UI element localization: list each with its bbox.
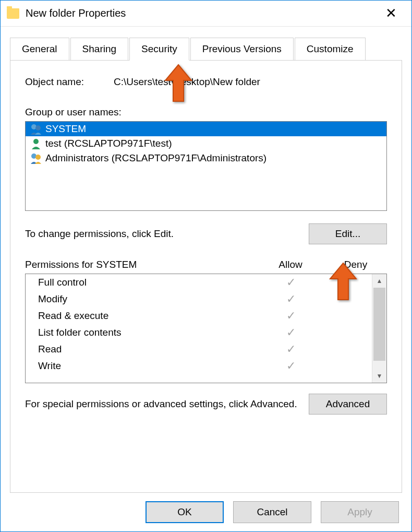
check-icon: ✓ xyxy=(257,342,325,356)
edit-button[interactable]: Edit... xyxy=(309,223,387,244)
object-name-row: Object name: C:\Users\test\Desktop\New f… xyxy=(25,76,387,88)
check-icon: ✓ xyxy=(257,276,325,289)
advanced-row: For special permissions or advanced sett… xyxy=(25,394,387,415)
check-icon: ✓ xyxy=(257,326,325,339)
tab-customize[interactable]: Customize xyxy=(295,38,366,61)
list-item-label: test (RCSLAPTOP971F\test) xyxy=(45,138,172,149)
permissions-listbox: Full control ✓ Modify ✓ Read & execute ✓… xyxy=(25,274,387,383)
perm-row-full-control: Full control ✓ xyxy=(26,274,372,291)
edit-row: To change permissions, click Edit. Edit.… xyxy=(25,223,387,244)
object-name-value: C:\Users\test\Desktop\New folder xyxy=(114,76,260,88)
ok-button[interactable]: OK xyxy=(146,501,224,523)
list-item-test[interactable]: test (RCSLAPTOP971F\test) xyxy=(26,136,386,151)
group-user-listbox[interactable]: SYSTEM test (RCSLAPTOP971F\test) Adminis… xyxy=(25,121,387,211)
scroll-down-arrow-icon[interactable]: ▼ xyxy=(372,369,386,383)
users-icon xyxy=(30,123,42,135)
scroll-track[interactable] xyxy=(372,288,386,369)
group-names-label: Group or user names: xyxy=(25,107,387,118)
perm-row-modify: Modify ✓ xyxy=(26,291,372,308)
list-item-administrators[interactable]: Administrators (RCSLAPTOP971F\Administra… xyxy=(26,151,386,165)
list-item-label: Administrators (RCSLAPTOP971F\Administra… xyxy=(45,152,266,164)
window-title: New folder Properties xyxy=(26,7,377,19)
permissions-list: Full control ✓ Modify ✓ Read & execute ✓… xyxy=(26,274,372,383)
perm-name: Read & execute xyxy=(38,310,257,322)
perm-name: Full control xyxy=(38,277,257,288)
deny-column-header: Deny xyxy=(324,259,387,270)
properties-dialog: New folder Properties ✕ General Sharing … xyxy=(0,0,412,532)
check-icon: ✓ xyxy=(257,309,325,323)
tab-previous-versions[interactable]: Previous Versions xyxy=(190,38,294,61)
perm-row-list-folder: List folder contents ✓ xyxy=(26,324,372,341)
tab-content: Object name: C:\Users\test\Desktop\New f… xyxy=(10,60,402,493)
scroll-thumb[interactable] xyxy=(373,288,385,361)
perm-row-write: Write ✓ xyxy=(26,358,372,374)
tab-strip: General Sharing Security Previous Versio… xyxy=(1,27,411,60)
svg-point-1 xyxy=(35,125,41,131)
permissions-title: Permissions for SYSTEM xyxy=(25,259,257,270)
scrollbar[interactable]: ▲ ▼ xyxy=(372,274,386,383)
perm-row-read-execute: Read & execute ✓ xyxy=(26,308,372,324)
svg-point-4 xyxy=(35,155,41,160)
dialog-button-bar: OK Cancel Apply xyxy=(1,493,411,531)
perm-name: Write xyxy=(38,360,257,372)
close-button[interactable]: ✕ xyxy=(377,5,405,21)
tab-general[interactable]: General xyxy=(10,38,69,61)
user-icon xyxy=(30,138,42,149)
check-icon: ✓ xyxy=(257,359,325,373)
folder-icon xyxy=(7,8,19,19)
perm-name: Modify xyxy=(38,293,257,305)
object-name-label: Object name: xyxy=(25,76,114,88)
check-icon: ✓ xyxy=(257,292,325,306)
list-item-label: SYSTEM xyxy=(45,123,86,135)
tab-security[interactable]: Security xyxy=(129,38,189,61)
edit-hint-text: To change permissions, click Edit. xyxy=(25,228,309,240)
apply-button[interactable]: Apply xyxy=(321,501,399,523)
perm-name: Read xyxy=(38,344,257,355)
permissions-header: Permissions for SYSTEM Allow Deny xyxy=(25,259,387,270)
scroll-up-arrow-icon[interactable]: ▲ xyxy=(372,274,386,288)
perm-name: List folder contents xyxy=(38,327,257,338)
tab-sharing[interactable]: Sharing xyxy=(70,38,129,61)
list-item-system[interactable]: SYSTEM xyxy=(26,122,386,136)
svg-point-2 xyxy=(33,139,39,144)
allow-column-header: Allow xyxy=(257,259,324,270)
advanced-button[interactable]: Advanced xyxy=(309,394,387,415)
cancel-button[interactable]: Cancel xyxy=(233,501,311,523)
perm-row-read: Read ✓ xyxy=(26,341,372,358)
titlebar: New folder Properties ✕ xyxy=(1,1,411,27)
users-icon xyxy=(30,152,42,164)
advanced-hint-text: For special permissions or advanced sett… xyxy=(25,397,298,411)
